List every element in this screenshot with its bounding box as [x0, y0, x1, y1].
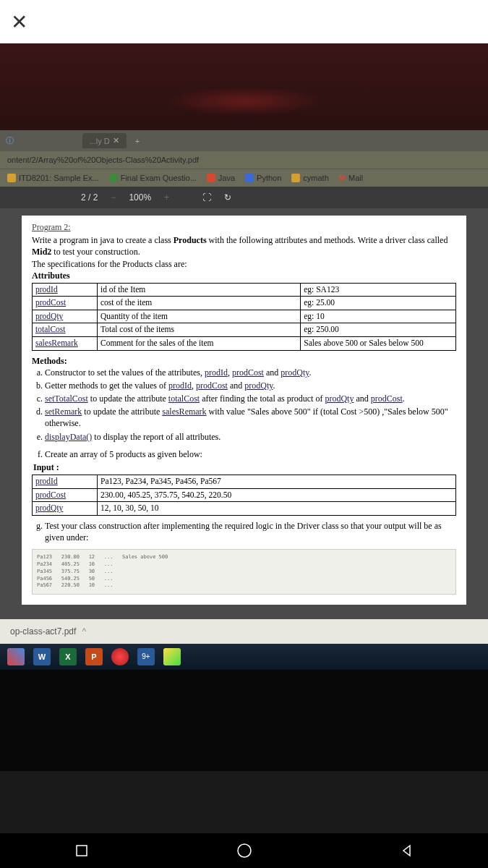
program-title: Program 2:: [32, 221, 456, 233]
table-row: prodQty12, 10, 30, 50, 10: [33, 502, 456, 516]
browser-tab-strip: ⓘ ...ly D ✕ +: [0, 130, 488, 151]
spec-line: The specifications for the Products clas…: [32, 258, 456, 270]
attributes-heading: Attributes: [32, 270, 456, 281]
url-text: ontent/2/Array%20of%20Objects-Class%20Ac…: [7, 156, 199, 164]
recent-apps-button[interactable]: [74, 843, 90, 859]
app-icon-2[interactable]: 9+: [137, 648, 155, 665]
table-row: prodIdid of the Itemeg: SA123: [33, 283, 456, 297]
powerpoint-icon[interactable]: P: [85, 648, 103, 665]
table-row: totalCostTotal cost of the itemseg: 250.…: [33, 323, 456, 337]
svg-rect-0: [77, 846, 87, 856]
zoom-level[interactable]: 100%: [129, 192, 151, 203]
list-item: setTotalCost to update the attribute tot…: [45, 393, 456, 404]
word-icon[interactable]: W: [33, 648, 51, 665]
output-preview: Pa123 230.00 12 ... Sales above 500 Pa23…: [32, 549, 456, 595]
info-icon: ⓘ: [6, 135, 14, 146]
tab-label: ...ly D: [90, 137, 110, 145]
attributes-table: prodIdid of the Itemeg: SA123 prodCostco…: [32, 283, 456, 351]
bookmark-java[interactable]: Java: [207, 174, 235, 182]
list-item: displayData() to display the report of a…: [45, 431, 456, 443]
methods-list-2: Create an array of 5 products as given b…: [45, 448, 456, 460]
home-button[interactable]: [236, 843, 252, 859]
bookmark-mail[interactable]: M Mail: [339, 174, 363, 182]
bookmark-cymath[interactable]: cymath: [291, 174, 328, 182]
doc-icon: [7, 174, 16, 182]
pdf-page: Program 2: Write a program in java to cr…: [22, 216, 466, 605]
table-row: prodCostcost of the itemeg: 25.00: [33, 297, 456, 310]
methods-heading: Methods:: [32, 355, 456, 367]
mail-icon: M: [339, 174, 346, 182]
fit-page-icon[interactable]: ⛶: [202, 192, 211, 203]
list-item: Constructor to set the values of the att…: [45, 367, 456, 378]
table-row: prodQtyQuantity of the itemeg: 10: [33, 310, 456, 323]
list-item: Create an array of 5 products as given b…: [45, 448, 456, 460]
download-file[interactable]: op-class-act7.pdf: [10, 626, 76, 637]
new-tab-button[interactable]: +: [131, 137, 144, 145]
pdf-viewport[interactable]: Program 2: Write a program in java to cr…: [0, 208, 488, 619]
cymath-icon: [291, 174, 300, 182]
app-icon[interactable]: [111, 648, 129, 665]
rotate-icon[interactable]: ↻: [224, 192, 231, 203]
intro-text: Write a program in java to create a clas…: [32, 234, 456, 258]
input-table: prodIdPa123, Pa234, Pa345, Pa456, Pa567 …: [32, 475, 456, 516]
page-indicator[interactable]: 2 / 2: [81, 192, 98, 203]
table-row: salesRemarkComment for the sales of the …: [33, 337, 456, 351]
excel-icon[interactable]: X: [59, 648, 77, 665]
pdf-toolbar: 2 / 2 − 100% + ⛶ ↻: [0, 187, 488, 208]
input-heading: Input :: [33, 461, 456, 473]
methods-list: Constructor to set the values of the att…: [45, 367, 456, 443]
close-icon[interactable]: ✕: [11, 10, 27, 34]
bookmark-python[interactable]: Python: [245, 174, 281, 182]
bookmarks-bar: ITD8201: Sample Ex... Final Exam Questio…: [0, 169, 488, 187]
back-button[interactable]: [399, 843, 415, 859]
start-icon[interactable]: [7, 648, 25, 665]
table-row: prodCost230.00, 405.25, 375.75, 540.25, …: [33, 488, 456, 502]
empty-area: [0, 670, 488, 771]
list-item: setRemark to update the attribute salesR…: [45, 406, 456, 429]
dim-area: [0, 43, 488, 130]
url-bar[interactable]: ontent/2/Array%20of%20Objects-Class%20Ac…: [0, 151, 488, 169]
tab-close-icon[interactable]: ✕: [113, 136, 119, 145]
svg-point-1: [238, 844, 251, 857]
circle-icon: [109, 174, 118, 182]
downloads-bar: op-class-act7.pdf ^: [0, 619, 488, 644]
list-item: Test your class construction after imple…: [45, 520, 456, 543]
java-icon: [207, 174, 215, 182]
list-item: Getter methods to get the values of prod…: [45, 380, 456, 391]
python-icon: [245, 174, 254, 182]
bookmark-sample-ex[interactable]: ITD8201: Sample Ex...: [7, 174, 99, 182]
bookmark-final-exam[interactable]: Final Exam Questio...: [109, 174, 197, 182]
table-row: prodIdPa123, Pa234, Pa345, Pa456, Pa567: [33, 475, 456, 489]
zoom-in-button[interactable]: +: [164, 192, 169, 203]
zoom-out-button[interactable]: −: [111, 192, 116, 203]
phone-status-bar: ✕: [0, 0, 488, 43]
app-icon-3[interactable]: [163, 648, 181, 665]
android-nav-bar: [0, 833, 488, 868]
chevron-up-icon[interactable]: ^: [82, 626, 86, 637]
browser-tab[interactable]: ...ly D ✕: [82, 133, 127, 148]
windows-taskbar: W X P 9+: [0, 644, 488, 670]
methods-list-3: Test your class construction after imple…: [45, 520, 456, 543]
